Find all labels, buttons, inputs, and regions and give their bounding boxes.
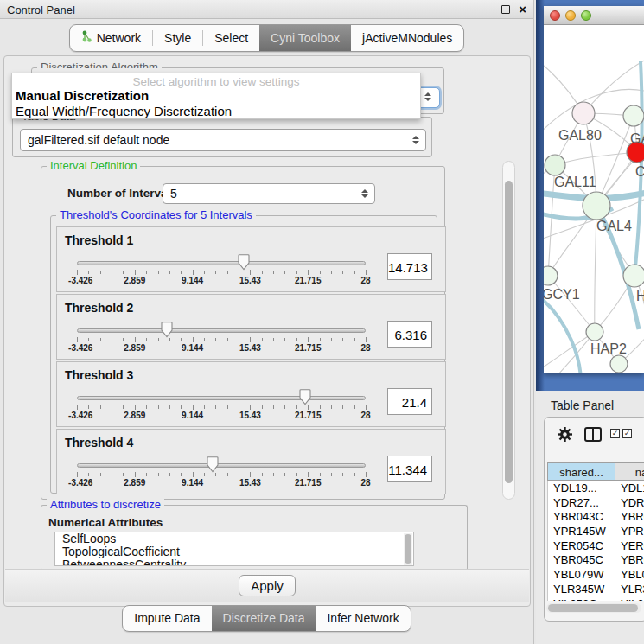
threshold-value[interactable]: 21.4 <box>387 388 432 415</box>
bottom-tab-infer-network[interactable]: Infer Network <box>316 606 410 631</box>
tick-mark <box>239 405 239 409</box>
tick-mark <box>308 472 309 477</box>
tick-mark <box>354 405 355 409</box>
table-row[interactable]: YPR145WYPR145W <box>548 524 644 539</box>
column-header-name[interactable]: name <box>615 462 644 481</box>
network-node-gal4[interactable] <box>583 192 610 220</box>
combo-stepper-icon <box>410 136 422 144</box>
tick-mark <box>123 338 124 341</box>
slider-thumb[interactable] <box>206 456 220 473</box>
checkbox-icon[interactable]: ✓ <box>622 429 632 438</box>
tick-mark <box>227 473 228 476</box>
network-node-gal80[interactable] <box>572 102 595 124</box>
node-table: shared...name YDL19...YDL19...YDR27...YD… <box>547 462 644 601</box>
threshold-value[interactable]: 6.316 <box>387 321 432 348</box>
bottom-tab-discretize-data[interactable]: Discretize Data <box>212 606 316 631</box>
settings-scrollbar[interactable] <box>502 161 515 500</box>
zoom-traffic-light-icon[interactable] <box>581 10 591 21</box>
slider-track[interactable] <box>77 463 366 468</box>
number-of-intervals-combobox[interactable]: 5 <box>163 183 375 204</box>
tab-select[interactable]: Select <box>203 25 259 51</box>
slider-ticks <box>77 270 366 276</box>
slider-track[interactable] <box>77 261 366 265</box>
top-tabstrip: NetworkStyleSelectCyni ToolboxjActiveMNo… <box>69 24 465 52</box>
threshold-value[interactable]: 11.344 <box>387 456 432 482</box>
table-data-combobox[interactable]: galFiltered.sif default node <box>20 129 426 151</box>
tick-mark <box>331 405 332 409</box>
network-graph[interactable]: GAL80GACGAL11GAL4GCY1HHAP2 <box>544 25 644 373</box>
network-edge[interactable] <box>555 152 637 165</box>
combo-stepper-icon[interactable] <box>422 92 434 101</box>
table-hscrollbar-thumb[interactable] <box>548 604 638 612</box>
network-node-gal11[interactable] <box>545 155 565 175</box>
slider-thumb[interactable] <box>298 389 312 405</box>
list-item[interactable]: BetweennessCentrality <box>55 558 413 566</box>
dropdown-placeholder: Select algorithm to view settings <box>12 73 420 88</box>
minimize-traffic-light-icon[interactable] <box>565 10 576 21</box>
tick-mark <box>204 338 205 341</box>
close-traffic-light-icon[interactable] <box>550 10 560 21</box>
table-row[interactable]: YBR045CYBR045C <box>548 552 644 567</box>
dropdown-option[interactable]: Manual Discretization <box>12 88 420 104</box>
table-hscrollbar[interactable] <box>546 603 641 613</box>
tick-mark <box>100 271 101 274</box>
list-item[interactable]: TopologicalCoefficient <box>55 545 413 558</box>
network-canvas[interactable]: GAL80GACGAL11GAL4GCY1HHAP2 <box>544 25 644 373</box>
tick-label: 28 <box>360 343 370 353</box>
network-edge-highlighted[interactable] <box>544 295 581 373</box>
settings-scrollbar-thumb[interactable] <box>505 181 513 483</box>
table-row[interactable]: YDL19...YDL19... <box>548 481 644 495</box>
bottom-tab-impute-data[interactable]: Impute Data <box>123 606 211 631</box>
network-edge[interactable] <box>583 53 644 113</box>
network-node-hap2[interactable] <box>586 323 603 341</box>
apply-button[interactable]: Apply <box>239 575 296 596</box>
columns-icon[interactable] <box>584 427 602 442</box>
column-header-shared[interactable]: shared... <box>547 462 615 481</box>
network-node-h[interactable] <box>623 265 644 287</box>
tab-label: Cyni Toolbox <box>271 31 340 45</box>
checkbox-icon[interactable]: ✓ <box>610 429 620 438</box>
network-node-gcy1[interactable] <box>544 266 558 285</box>
tab-style[interactable]: Style <box>153 25 202 51</box>
bottom-tab-label: Infer Network <box>327 611 399 625</box>
table-row[interactable]: YBL079WYBL079W <box>548 567 644 582</box>
table-row[interactable]: YLR345WYLR345W <box>548 582 644 596</box>
network-edge[interactable] <box>548 276 595 332</box>
close-icon[interactable]: × <box>519 2 526 16</box>
tick-mark <box>354 271 355 274</box>
slider-thumb[interactable] <box>237 254 251 271</box>
tab-network[interactable]: Network <box>70 25 152 51</box>
list-item[interactable]: SelfLoops <box>55 532 413 545</box>
tick-mark <box>320 473 321 476</box>
tick-mark <box>88 271 89 274</box>
table-cell: YDL19... <box>615 481 644 495</box>
network-node-ga[interactable] <box>623 105 644 126</box>
attributes-scrollbar-thumb[interactable] <box>405 534 411 564</box>
slider-track[interactable] <box>77 396 366 400</box>
table-row[interactable]: YIL052CYIL052C <box>548 596 644 602</box>
tick-mark <box>250 472 251 477</box>
network-window-titlebar[interactable] <box>544 6 644 25</box>
tab-jactivemnodules[interactable]: jActiveMNodules <box>351 25 463 51</box>
table-row[interactable]: YDR27...YDR27... <box>548 495 644 510</box>
attributes-scrollbar[interactable] <box>404 533 412 566</box>
threshold-value[interactable]: 14.713 <box>387 253 432 280</box>
tab-cyni-toolbox[interactable]: Cyni Toolbox <box>259 25 351 51</box>
float-window-icon[interactable] <box>501 5 510 14</box>
slider-thumb[interactable] <box>160 322 174 338</box>
slider-tick-labels: -3.4262.8599.14415.4321.71528 <box>77 478 366 488</box>
network-node[interactable] <box>610 355 628 373</box>
network-node-label: HAP2 <box>590 341 627 356</box>
numerical-attributes-list[interactable]: SelfLoopsTopologicalCoefficientBetweenne… <box>54 532 414 566</box>
table-row[interactable]: YER054CYER054C <box>548 539 644 553</box>
network-edge[interactable] <box>596 116 634 206</box>
dropdown-option[interactable]: Equal Width/Frequency Discretization <box>12 104 420 119</box>
threshold-label: Threshold 4 <box>65 436 133 450</box>
tick-label: 15.43 <box>239 343 261 353</box>
slider-track[interactable] <box>77 328 366 333</box>
table-cell: YDL19... <box>548 481 615 495</box>
gear-icon[interactable] <box>557 426 573 446</box>
table-row[interactable]: YBR043CYBR043C <box>548 509 644 524</box>
tick-mark <box>112 405 112 409</box>
tick-mark <box>366 270 367 275</box>
